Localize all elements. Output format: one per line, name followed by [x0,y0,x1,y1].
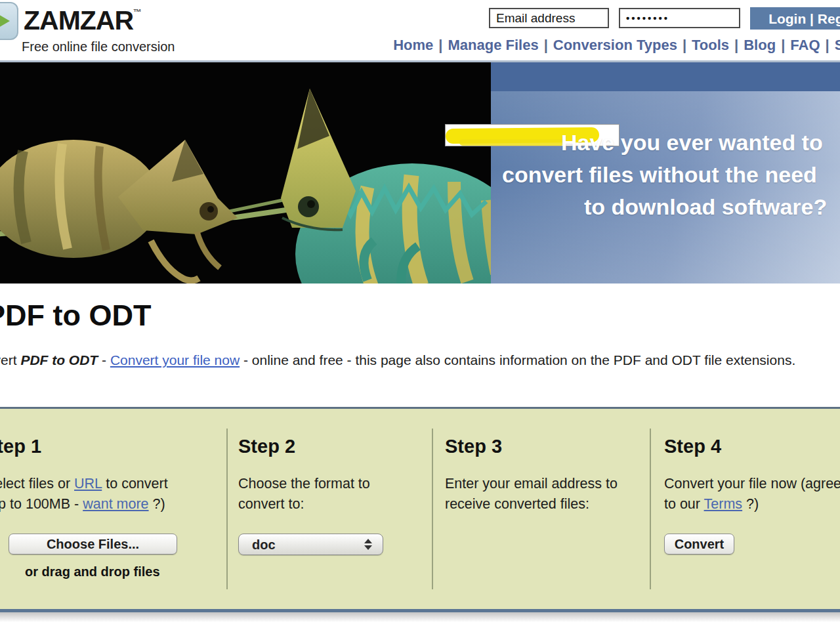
convert-your-file-now-link[interactable]: Convert your file now [110,352,240,368]
step3-description: Enter your email address to receive conv… [445,474,618,514]
step1-description: Select files or URL to convert (up to 10… [0,474,168,514]
page-title: PDF to ODT [0,299,151,333]
choose-files-button[interactable]: Choose Files... [9,534,177,555]
step-divider [226,429,228,589]
step4-text: to our [664,496,704,512]
nav-separator: | [729,37,744,53]
url-link[interactable]: URL [74,476,102,492]
hero-headline-line: Have you ever wanted to [561,127,840,159]
nav-blog[interactable]: Blog [744,37,776,53]
login-password-input[interactable] [619,8,740,28]
main-nav: Home|Manage Files|Conversion Types|Tools… [393,37,840,54]
step3-text: Enter your email address to [445,474,618,494]
format-select-dropdown[interactable]: doc [238,534,383,555]
step1-text: to convert [102,476,167,492]
nav-separator: | [539,37,553,53]
nav-faq[interactable]: FAQ [790,37,820,53]
step-divider [650,429,651,589]
hero-banner: Have you ever wanted to convert files wi… [0,62,840,284]
step3-title: Step 3 [445,436,502,457]
login-register-button[interactable]: Login | Register [750,7,840,30]
hero-headline: Have you ever wanted to convert files wi… [491,127,840,223]
banner-top-band [491,62,840,91]
want-more-link[interactable]: want more [83,496,148,512]
step4-description: Convert your file now (agree to our Term… [664,474,840,514]
step3-text: receive converted files: [445,494,618,514]
nav-conversion-types[interactable]: Conversion Types [553,37,677,53]
nav-home[interactable]: Home [393,37,433,53]
step1-text: Select files or [0,476,74,492]
nav-separator: | [820,37,835,53]
conversion-steps-panel: Step 1 Select files or URL to convert (u… [0,407,840,612]
trademark-symbol: ™ [133,7,142,17]
step4-text: Convert your file now (agree [664,474,840,494]
brand-tagline: Free online file conversion [22,39,175,54]
step2-text: convert to: [238,494,370,514]
hero-message-panel: Have you ever wanted to convert files wi… [491,62,840,284]
drag-drop-note: or drag and drop files [25,564,160,579]
nav-separator: | [677,37,692,53]
step1-text: ?) [149,496,165,512]
step-divider [432,429,433,589]
step1-text: (up to 100MB - [0,496,83,512]
hero-headline-line: to download software? [584,191,840,223]
select-stepper-icon [364,539,372,550]
nav-support[interactable]: Support [835,37,840,53]
intro-rest: - online and free - this page also conta… [240,352,795,368]
intro-lead: Convert [0,352,20,368]
zamzar-logo-icon [0,2,18,40]
nav-manage-files[interactable]: Manage Files [448,37,538,53]
brand-name: ZAMZAR™ [24,5,142,36]
arrow-up-icon [364,539,372,543]
chameleon-photo [0,62,491,284]
intro-text: Convert PDF to ODT - Convert your file n… [0,352,795,368]
nav-separator: | [776,37,790,53]
hero-headline-line: convert files without the need [502,159,840,191]
step2-title: Step 2 [238,436,295,457]
panel-drop-shadow [0,612,840,622]
step4-title: Step 4 [664,436,721,457]
arrow-down-icon [364,545,372,550]
chameleon-photo-graphic [0,62,491,284]
nav-separator: | [433,37,448,53]
terms-link[interactable]: Terms [704,496,743,512]
step1-title: Step 1 [0,436,41,457]
intro-emphasis: PDF to ODT [20,352,98,368]
green-arrow-icon [0,11,10,31]
login-email-input[interactable] [489,8,609,28]
zamzar-page: ZAMZAR™ Free online file conversion Logi… [0,0,840,630]
intro-separator: - [98,352,110,368]
step2-description: Choose the format to convert to: [238,474,370,514]
step4-text: ?) [742,496,759,512]
convert-button[interactable]: Convert [664,534,734,555]
nav-tools[interactable]: Tools [692,37,729,53]
site-header: ZAMZAR™ Free online file conversion Logi… [0,0,840,62]
format-selected-value: doc [252,537,276,553]
brand-text: ZAMZAR [24,5,133,35]
step2-text: Choose the format to [238,474,370,494]
